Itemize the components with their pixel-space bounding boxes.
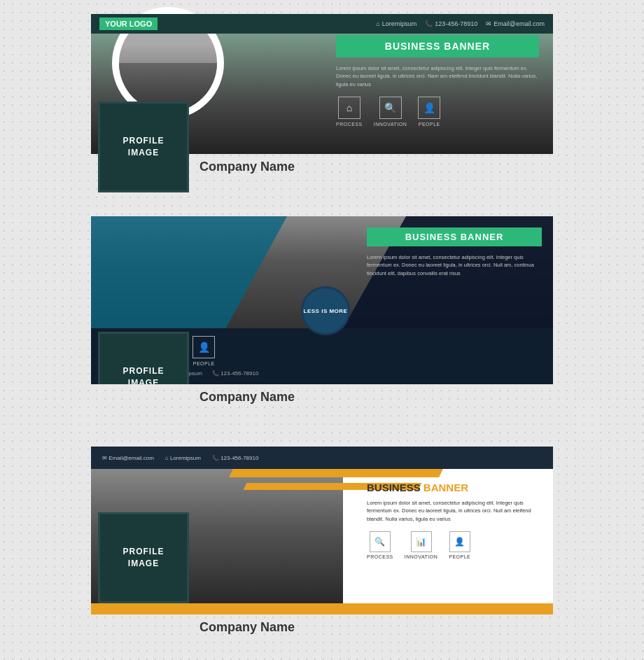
b3-people-label: PEOPLE: [449, 554, 470, 559]
banner3-desc: Lorem ipsum dolor sit amet, consectetur …: [367, 499, 542, 523]
email-icon: ✉: [486, 20, 491, 27]
icon-item-process: ⌂ PROCESS: [336, 97, 363, 127]
profile-text-1: PROFILEIMAGE: [122, 135, 164, 159]
company-name-3: Company Name: [91, 620, 553, 635]
people-icon-box: 👤: [418, 97, 440, 119]
profile-text-3: PROFILEIMAGE: [122, 546, 164, 570]
banner2-right: BUSINESS BANNER Lorem ipsum dolor sit am…: [367, 227, 542, 286]
banner2-desc: Lorem ipsum dolor sit amet, consectetur …: [367, 253, 542, 277]
b3-process-label: PROCESS: [367, 554, 393, 559]
banner1-right: BUSINESS BANNER Lorem ipsum dolor sit am…: [336, 35, 539, 127]
phone-text: 123-456-78910: [435, 20, 477, 27]
b3-icon-process: 🔍 PROCESS: [367, 531, 393, 559]
banner3-orange-bottom: [91, 603, 553, 615]
banner-3-section: ✉ Email@email.com ⌂ Loremipsum 📞 123-456…: [91, 447, 553, 635]
headline-white-part: BUSINESS: [367, 482, 424, 493]
b3-email: ✉ Email@email.com: [102, 455, 154, 461]
banner1-icon-row: ⌂ PROCESS 🔍 INNOVATION 👤 PEOPLE: [336, 97, 539, 127]
phone-icon: 📞: [425, 20, 433, 27]
headline-1: BUSINESS BANNER: [336, 35, 539, 57]
innovation-label: INNOVATION: [374, 122, 407, 127]
banner-3: ✉ Email@email.com ⌂ Loremipsum 📞 123-456…: [91, 447, 553, 615]
banner1-contact: ⌂ Loremipsum 📞 123-456-78910 ✉ Email@ema…: [376, 20, 545, 27]
b3-innovation-label: INNOVATION: [405, 554, 438, 559]
address-text: Loremipsum: [382, 20, 417, 27]
phone-info: 📞 123-456-78910: [425, 20, 477, 27]
banner3-orange-1: [229, 469, 443, 477]
process-icon-box: ⌂: [338, 97, 360, 119]
banner3-topbar: ✉ Email@email.com ⌂ Loremipsum 📞 123-456…: [91, 447, 553, 469]
banner-1: YOUR LOGO ⌂ Loremipsum 📞 123-456-78910 ✉…: [91, 14, 553, 154]
banner-2: BUSINESS BANNER Lorem ipsum dolor sit am…: [91, 216, 553, 384]
banner3-icon-row: 🔍 PROCESS 📊 INNOVATION 👤 PEOPLE: [367, 531, 542, 559]
process-label: PROCESS: [336, 122, 363, 127]
icon-item-innovation: 🔍 INNOVATION: [374, 97, 407, 127]
profile-placeholder-3: PROFILEIMAGE: [98, 512, 189, 603]
b3-people-box: 👤: [449, 531, 470, 552]
innovation-icon-box: 🔍: [379, 97, 402, 119]
banner3-headline: BUSINESS BANNER: [367, 482, 542, 493]
banner-2-section: BUSINESS BANNER Lorem ipsum dolor sit am…: [91, 216, 553, 405]
banner1-topbar: YOUR LOGO ⌂ Loremipsum 📞 123-456-78910 ✉…: [91, 14, 553, 34]
less-is-more-circle: LESS IS MORE: [301, 286, 350, 335]
profile-placeholder-1: PROFILEIMAGE: [98, 101, 189, 192]
icon-item-people: 👤 PEOPLE: [418, 97, 440, 127]
b3-innovation-box: 📊: [411, 531, 432, 552]
banner1-desc: Lorem ipsum dolor sit amet, consectetur …: [336, 64, 539, 88]
b2-people-label: PEOPLE: [193, 361, 215, 366]
b3-phone: 📞 123-456-78910: [212, 455, 259, 461]
circle-text: LESS IS MORE: [304, 308, 348, 314]
headline-2: BUSINESS BANNER: [367, 227, 542, 246]
headline-orange-part: BANNER: [424, 482, 468, 493]
banner3-contact-row: ✉ Email@email.com ⌂ Loremipsum 📞 123-456…: [102, 455, 258, 461]
email-info: ✉ Email@email.com: [486, 20, 545, 27]
banner3-right: BUSINESS BANNER Lorem ipsum dolor sit am…: [367, 482, 542, 559]
banner-1-section: YOUR LOGO ⌂ Loremipsum 📞 123-456-78910 ✉…: [91, 14, 553, 174]
people-label: PEOPLE: [419, 122, 440, 127]
b3-address: ⌂ Loremipsum: [165, 455, 201, 461]
email-text: Email@email.com: [493, 20, 545, 27]
logo-text: YOUR LOGO: [99, 17, 158, 30]
profile-placeholder-2: PROFILEIMAGE: [98, 332, 189, 384]
home-icon: ⌂: [376, 20, 379, 27]
b2-people-box: 👤: [192, 336, 215, 358]
b2-icon-people: 👤 PEOPLE: [192, 336, 215, 366]
b3-icon-innovation: 📊 INNOVATION: [405, 531, 438, 559]
profile-text-2: PROFILEIMAGE: [122, 365, 164, 384]
company-name-2: Company Name: [91, 390, 553, 405]
address-info: ⌂ Loremipsum: [376, 20, 416, 27]
b2-phone: 📞 123-456-78910: [212, 370, 259, 377]
b3-icon-people: 👤 PEOPLE: [449, 531, 470, 559]
b3-process-box: 🔍: [370, 531, 391, 552]
